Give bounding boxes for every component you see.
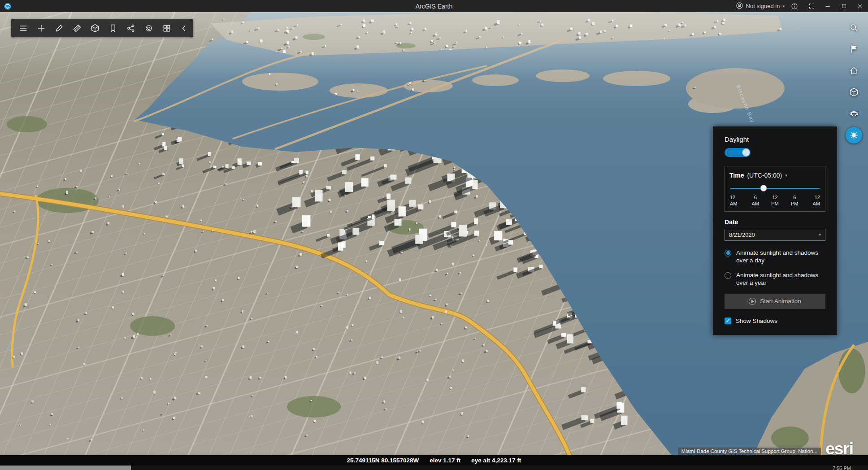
time-tick-1: 6AM bbox=[750, 195, 761, 207]
share-icon bbox=[126, 24, 135, 33]
cube-button[interactable] bbox=[846, 84, 862, 100]
time-group: Time (UTC-05:00) ▾ 12AM6AM12PM6PM12AM bbox=[725, 166, 825, 212]
taskbar-window-strip[interactable] bbox=[0, 466, 131, 470]
date-label: Date bbox=[725, 218, 825, 226]
play-icon bbox=[749, 298, 756, 305]
minimize-button[interactable] bbox=[820, 0, 836, 12]
map-attribution: Miami-Dade County GIS Technical Support … bbox=[678, 448, 821, 455]
show-shadows-label: Show Shadows bbox=[736, 318, 777, 324]
time-tick-0: 12AM bbox=[730, 195, 742, 207]
animate-day-radio[interactable]: Animate sunlight and shadows over a day bbox=[725, 249, 825, 265]
draw-icon bbox=[55, 24, 64, 33]
time-label: Time bbox=[729, 172, 744, 179]
time-tick-2: 12PM bbox=[769, 195, 781, 207]
user-icon bbox=[736, 2, 743, 11]
sign-in-label: Not signed in bbox=[746, 3, 780, 9]
statusbar: 25.749115N 80.1557028W elev 1.17 ft eye … bbox=[0, 455, 868, 466]
table-of-contents-button[interactable] bbox=[15, 20, 31, 36]
flag-icon bbox=[849, 44, 859, 54]
animate-year-radio[interactable]: Animate sunlight and shadows over a year bbox=[725, 271, 825, 287]
flag-button[interactable] bbox=[846, 41, 862, 57]
globe-button[interactable] bbox=[846, 105, 862, 122]
add-data-button[interactable] bbox=[33, 20, 49, 36]
settings-gear-icon bbox=[144, 24, 153, 33]
maximize-button[interactable] bbox=[836, 0, 852, 12]
eye-altitude-readout: eye alt 4,223.17 ft bbox=[471, 457, 521, 464]
show-shadows-checkbox[interactable]: ✓ Show Shadows bbox=[725, 318, 825, 324]
info-button[interactable] bbox=[791, 3, 798, 10]
time-slider[interactable] bbox=[730, 185, 820, 191]
elevation-readout: elev 1.17 ft bbox=[430, 457, 460, 464]
timezone-selector[interactable]: Time (UTC-05:00) ▾ bbox=[729, 172, 820, 179]
search-icon bbox=[849, 23, 859, 32]
caret-down-icon: ▾ bbox=[819, 232, 821, 237]
analysis-cube-icon bbox=[91, 24, 100, 33]
titlebar: ArcGIS Earth Not signed in ▾ bbox=[0, 0, 868, 12]
time-slider-track bbox=[730, 188, 820, 189]
home-button[interactable] bbox=[846, 62, 862, 79]
tool-rail bbox=[843, 19, 864, 144]
animate-day-label: Animate sunlight and shadows over a day bbox=[736, 249, 825, 265]
share-button[interactable] bbox=[123, 20, 139, 36]
caret-down-icon: ▾ bbox=[785, 173, 787, 178]
daylight-sun-icon bbox=[849, 131, 859, 140]
toggle-knob bbox=[742, 148, 750, 157]
draw-button[interactable] bbox=[51, 20, 67, 36]
taskbar: 7:55 PM bbox=[0, 466, 868, 470]
radio-selected-icon bbox=[725, 250, 731, 257]
globe-icon bbox=[849, 109, 859, 118]
time-tick-3: 6PM bbox=[789, 195, 800, 207]
radio-unselected-icon bbox=[725, 272, 731, 279]
cube-icon bbox=[849, 87, 859, 97]
collapse-chevron-button[interactable] bbox=[179, 20, 189, 36]
checkbox-checked-icon: ✓ bbox=[725, 318, 731, 324]
analysis-cube-button[interactable] bbox=[87, 20, 103, 36]
start-animation-label: Start Animation bbox=[760, 298, 801, 305]
measure-icon bbox=[73, 24, 82, 33]
map-viewport[interactable]: Biscayne Bay Daylight Time (UTC-05:00) ▾… bbox=[0, 12, 868, 455]
timezone-value: (UTC-05:00) bbox=[747, 172, 782, 179]
date-value: 8/21/2020 bbox=[729, 231, 755, 238]
coordinates-readout: 25.749115N 80.1557028W bbox=[347, 457, 419, 464]
bookmark-icon bbox=[108, 24, 117, 33]
animate-year-label: Animate sunlight and shadows over a year bbox=[736, 271, 825, 287]
add-data-icon bbox=[37, 24, 46, 33]
search-button[interactable] bbox=[846, 19, 862, 36]
app-logo-icon bbox=[4, 2, 12, 10]
daylight-panel: Daylight Time (UTC-05:00) ▾ 12AM6AM12PM6… bbox=[713, 126, 837, 335]
daylight-toggle[interactable] bbox=[725, 148, 751, 157]
caret-down-icon: ▾ bbox=[782, 4, 785, 9]
arcgis-earth-window: ArcGIS Earth Not signed in ▾ bbox=[0, 0, 868, 470]
daylight-sun-button[interactable] bbox=[846, 127, 862, 144]
time-slider-thumb[interactable] bbox=[760, 185, 767, 191]
daylight-title: Daylight bbox=[725, 135, 825, 143]
collapse-chevron-icon bbox=[180, 24, 189, 33]
home-icon bbox=[849, 66, 859, 75]
fullscreen-button[interactable] bbox=[803, 0, 820, 12]
date-dropdown[interactable]: 8/21/2020 ▾ bbox=[725, 229, 825, 241]
toolbar bbox=[11, 19, 193, 37]
close-button[interactable] bbox=[852, 0, 868, 12]
sign-in-menu[interactable]: Not signed in ▾ bbox=[736, 2, 785, 11]
start-animation-button[interactable]: Start Animation bbox=[725, 294, 825, 309]
settings-gear-button[interactable] bbox=[141, 20, 156, 36]
basemap-grid-button[interactable] bbox=[159, 20, 174, 36]
time-tick-4: 12AM bbox=[808, 195, 820, 207]
time-slider-ticks: 12AM6AM12PM6PM12AM bbox=[729, 195, 820, 207]
taskbar-clock: 7:55 PM bbox=[833, 466, 851, 470]
measure-button[interactable] bbox=[69, 20, 85, 36]
basemap-grid-icon bbox=[162, 24, 171, 33]
bookmark-button[interactable] bbox=[105, 20, 121, 36]
table-of-contents-icon bbox=[19, 24, 28, 33]
